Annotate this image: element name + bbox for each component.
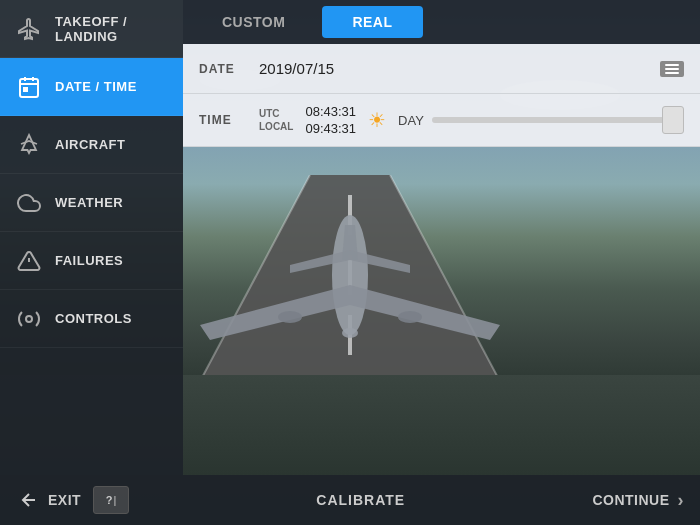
calibrate-button[interactable]: CALIBRATE — [316, 492, 405, 508]
sidebar-item-weather[interactable]: WEATHER — [0, 174, 183, 232]
day-period-label: DAY — [398, 113, 424, 128]
utc-label: UTC — [259, 108, 293, 119]
svg-rect-23 — [665, 68, 679, 70]
sun-icon: ☀ — [368, 108, 386, 132]
help-icon: ? — [106, 494, 113, 506]
svg-rect-24 — [665, 72, 679, 74]
tab-real[interactable]: REAL — [322, 6, 422, 38]
calibrate-label: CALIBRATE — [316, 492, 405, 508]
svg-point-11 — [278, 311, 302, 323]
date-edit-button[interactable] — [660, 61, 684, 77]
sidebar-item-aircraft[interactable]: AIRCRAFT — [0, 116, 183, 174]
chevron-right-icon: › — [678, 490, 685, 511]
calendar-icon — [15, 73, 43, 101]
sidebar-item-failures[interactable]: FAILURES — [0, 232, 183, 290]
svg-rect-22 — [665, 64, 679, 66]
sidebar-label-takeoff-landing: TAKEOFF / LANDING — [55, 14, 168, 44]
content-area: DATE 2019/07/15 TIME UTC LOCAL 08:43:31 — [183, 44, 700, 147]
continue-label: CONTINUE — [592, 492, 669, 508]
sidebar-label-aircraft: AIRCRAFT — [55, 137, 125, 152]
time-field-row: TIME UTC LOCAL 08:43:31 09:43:31 ☀ DAY — [183, 94, 700, 147]
date-label: DATE — [199, 62, 259, 76]
local-value: 09:43:31 — [305, 121, 356, 136]
time-slider-container — [432, 117, 684, 123]
bottom-left-group: EXIT ? | — [16, 486, 129, 514]
time-label: TIME — [199, 113, 259, 127]
sidebar-label-controls: CONTROLS — [55, 311, 132, 326]
weather-icon — [15, 189, 43, 217]
utc-value: 08:43:31 — [305, 104, 356, 119]
help-icon-bar: | — [114, 494, 117, 506]
sidebar-label-failures: FAILURES — [55, 253, 123, 268]
warning-icon — [15, 247, 43, 275]
date-field-row: DATE 2019/07/15 — [183, 44, 700, 94]
exit-button[interactable]: EXIT — [16, 488, 81, 512]
controls-icon — [15, 305, 43, 333]
local-label: LOCAL — [259, 121, 293, 132]
tab-custom[interactable]: CUSTOM — [191, 6, 316, 38]
edit-icon — [665, 64, 679, 74]
tab-bar: CUSTOM REAL — [183, 0, 700, 44]
time-slider-track[interactable] — [432, 117, 684, 123]
time-slider-thumb[interactable] — [662, 106, 684, 134]
exit-arrow-icon — [18, 490, 38, 510]
time-zone-labels: UTC LOCAL — [259, 108, 293, 132]
sidebar-label-date-time: DATE / TIME — [55, 79, 137, 94]
time-block: UTC LOCAL 08:43:31 09:43:31 ☀ DAY — [259, 104, 432, 136]
exit-icon — [16, 488, 40, 512]
continue-button[interactable]: CONTINUE › — [592, 490, 684, 511]
svg-point-12 — [398, 311, 422, 323]
airplane-graphic — [190, 195, 510, 395]
aircraft-icon — [15, 131, 43, 159]
date-value: 2019/07/15 — [259, 60, 652, 77]
exit-label: EXIT — [48, 492, 81, 508]
sidebar-item-controls[interactable]: CONTROLS — [0, 290, 183, 348]
main-panel: CUSTOM REAL DATE 2019/07/15 TIME UTC LOC… — [183, 0, 700, 147]
help-button[interactable]: ? | — [93, 486, 129, 514]
svg-point-21 — [26, 316, 32, 322]
plane-icon — [15, 15, 43, 43]
svg-point-13 — [342, 328, 358, 338]
svg-rect-18 — [24, 88, 27, 91]
sidebar-label-weather: WEATHER — [55, 195, 123, 210]
bottom-bar: EXIT ? | CALIBRATE CONTINUE › — [0, 475, 700, 525]
time-values: 08:43:31 09:43:31 — [305, 104, 356, 136]
svg-rect-14 — [20, 79, 38, 97]
sidebar-item-date-time[interactable]: DATE / TIME — [0, 58, 183, 116]
sidebar: TAKEOFF / LANDING DATE / TIME AIRCRAFT — [0, 0, 183, 475]
sidebar-item-takeoff-landing[interactable]: TAKEOFF / LANDING — [0, 0, 183, 58]
